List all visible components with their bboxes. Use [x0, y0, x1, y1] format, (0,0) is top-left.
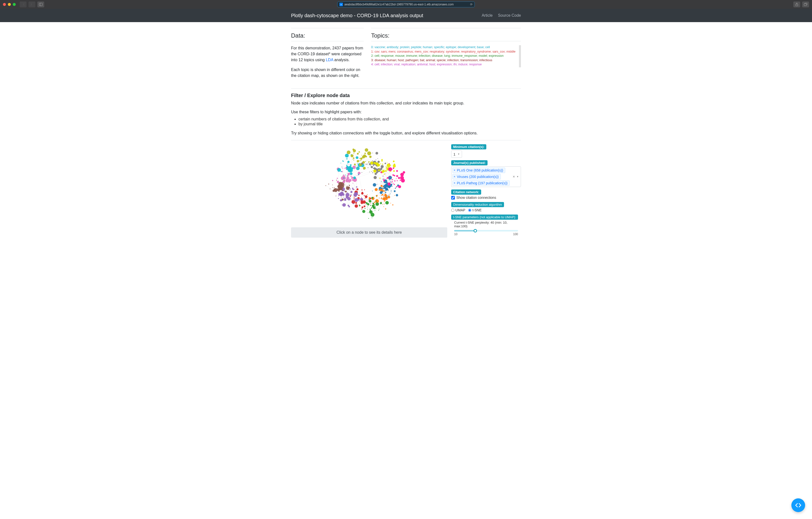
fullscreen-window-icon[interactable]	[13, 3, 16, 6]
svg-point-535	[349, 190, 350, 190]
sidebar-toggle-button[interactable]	[37, 1, 44, 7]
svg-point-472	[360, 201, 363, 204]
svg-point-621	[343, 182, 344, 183]
svg-point-359	[382, 204, 383, 205]
svg-point-374	[388, 189, 388, 190]
slider-handle[interactable]	[473, 229, 477, 233]
svg-point-525	[353, 203, 354, 204]
svg-point-802	[389, 171, 389, 172]
share-button[interactable]	[793, 1, 800, 7]
svg-point-563	[336, 196, 336, 196]
remove-tag-icon[interactable]: ×	[454, 169, 455, 172]
svg-point-392	[380, 198, 381, 199]
svg-point-531	[347, 192, 348, 193]
svg-point-464	[359, 204, 360, 205]
svg-point-373	[384, 200, 386, 201]
forward-button[interactable]: 〉	[28, 1, 35, 7]
svg-point-594	[325, 185, 326, 186]
close-window-icon[interactable]	[3, 3, 6, 6]
url-bar[interactable]: •• aeabdac8fbbcb49d98a62e1c47ab22bd-1965…	[337, 1, 475, 7]
topics-list[interactable]: 0: vaccine; antibody; protein; peptide; …	[371, 45, 521, 67]
svg-point-341	[382, 179, 383, 180]
nav-article[interactable]: Article	[482, 13, 492, 18]
svg-point-571	[332, 187, 333, 188]
journal-tag[interactable]: ×PLoS One (658 publication(s))	[453, 168, 505, 173]
minimize-window-icon[interactable]	[8, 3, 11, 6]
svg-point-834	[386, 178, 386, 179]
svg-point-667	[345, 174, 346, 175]
svg-point-674	[347, 175, 347, 176]
journal-tag[interactable]: ×Viruses (200 publication(s))	[453, 174, 501, 180]
reload-icon[interactable]: ⟳	[470, 3, 472, 6]
svg-point-500	[351, 202, 352, 203]
svg-point-340	[396, 194, 398, 197]
svg-point-665	[343, 161, 344, 162]
slider-max: 100	[513, 233, 518, 236]
dropdown-caret-icon[interactable]: ▼	[517, 175, 519, 178]
svg-point-434	[375, 208, 375, 208]
svg-point-396	[387, 196, 390, 198]
svg-point-773	[385, 168, 386, 169]
svg-point-682	[338, 169, 339, 169]
svg-point-524	[344, 198, 345, 198]
min-citations-dropdown[interactable]: 1 ▼	[451, 151, 462, 158]
svg-point-413	[368, 218, 369, 219]
svg-point-508	[353, 200, 354, 201]
svg-point-649	[353, 176, 356, 179]
tsne-slider[interactable]	[454, 230, 518, 231]
svg-point-828	[401, 179, 405, 183]
svg-point-422	[367, 207, 368, 207]
svg-point-724	[376, 152, 378, 155]
journals-label: Journal(s) published:	[451, 160, 488, 165]
journal-tag[interactable]: ×PLoS Pathog (197 publication(s))	[453, 181, 510, 186]
svg-point-380	[383, 197, 385, 199]
svg-point-696	[353, 157, 354, 159]
svg-point-851	[393, 167, 394, 169]
svg-point-833	[389, 170, 390, 171]
page-title: Plotly dash-cytoscape demo - CORD-19 LDA…	[291, 13, 423, 19]
svg-point-289	[383, 193, 384, 193]
remove-tag-icon[interactable]: ×	[454, 175, 455, 179]
svg-point-637	[352, 179, 353, 181]
lda-link[interactable]: LDA	[326, 58, 333, 62]
back-button[interactable]: 〈	[20, 1, 27, 7]
svg-point-427	[376, 196, 377, 197]
topic-line: 4: cell; infection; viral; replication; …	[371, 62, 518, 67]
tsne-params-label: t-SNE parameters (not applicable to UMAP…	[451, 215, 518, 220]
svg-point-823	[394, 181, 396, 182]
svg-point-378	[382, 191, 383, 192]
clear-all-icon[interactable]: ✕	[513, 175, 515, 179]
nav-source[interactable]: Source Code	[498, 13, 521, 18]
svg-point-796	[383, 169, 384, 169]
svg-point-699	[347, 151, 350, 154]
svg-point-394	[384, 191, 385, 192]
svg-point-365	[367, 194, 368, 195]
svg-point-757	[385, 163, 386, 164]
cytoscape-graph[interactable]	[291, 144, 447, 225]
svg-point-700	[362, 162, 363, 163]
svg-point-354	[383, 195, 384, 196]
svg-point-715	[360, 160, 361, 161]
svg-point-493	[360, 198, 363, 200]
show-connections-checkbox[interactable]	[451, 196, 455, 199]
svg-point-550	[336, 180, 337, 181]
tsne-radio[interactable]	[468, 209, 471, 212]
tabs-button[interactable]	[802, 1, 809, 7]
remove-tag-icon[interactable]: ×	[454, 181, 455, 185]
svg-point-582	[334, 187, 335, 188]
journals-multiselect[interactable]: ×PLoS One (658 publication(s))×Viruses (…	[451, 166, 521, 187]
svg-point-538	[346, 197, 347, 198]
svg-point-379	[382, 186, 384, 188]
svg-point-408	[376, 200, 377, 202]
svg-point-286	[394, 190, 396, 192]
svg-point-466	[361, 192, 364, 195]
svg-point-306	[373, 183, 376, 187]
svg-point-780	[383, 165, 383, 165]
svg-point-733	[373, 165, 374, 166]
svg-point-676	[346, 158, 348, 160]
svg-point-463	[365, 198, 365, 199]
svg-point-755	[371, 166, 373, 168]
svg-point-439	[369, 199, 369, 200]
svg-point-518	[343, 197, 343, 198]
umap-radio[interactable]	[451, 209, 454, 212]
